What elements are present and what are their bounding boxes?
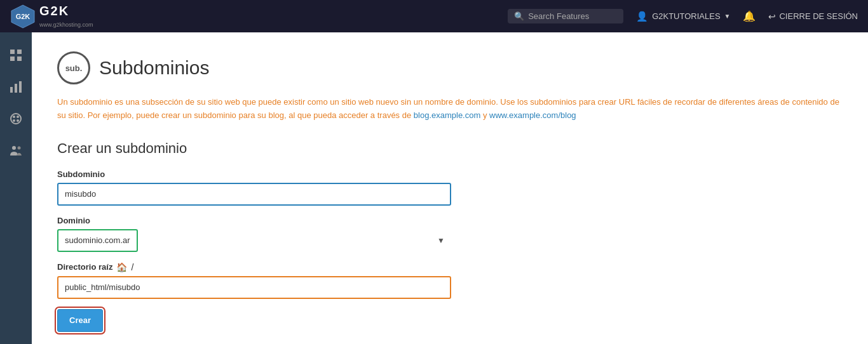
sidebar — [0, 32, 32, 344]
svg-point-10 — [13, 116, 15, 118]
section-title: Crear un subdominio — [57, 140, 843, 157]
main-content: sub. Subdominios Un subdominio es una su… — [32, 32, 868, 344]
svg-rect-6 — [10, 87, 13, 93]
www-example-link[interactable]: www.example.com/blog — [489, 110, 576, 120]
svg-point-14 — [12, 146, 16, 150]
logout-label: CIERRE DE SESIÓN — [779, 11, 858, 21]
logo: G2K G2K www.g2khosting.com — [10, 4, 93, 29]
svg-rect-2 — [10, 50, 15, 54]
logout-button[interactable]: ↩ CIERRE DE SESIÓN — [768, 11, 858, 22]
description-text-2: y — [480, 110, 489, 120]
logout-icon: ↩ — [768, 11, 776, 22]
navbar-right: 🔍 👤 G2KTUTORIALES ▼ 🔔 ↩ CIERRE DE SESIÓN — [508, 9, 858, 23]
subdomain-icon: sub. — [57, 51, 90, 84]
user-name: G2KTUTORIALES — [652, 11, 720, 21]
page-header: sub. Subdominios — [57, 51, 843, 84]
svg-rect-5 — [17, 56, 22, 61]
sidebar-item-palette[interactable] — [3, 106, 29, 131]
domain-group: Dominio sudominio.com.ar ▼ — [57, 216, 843, 252]
search-input[interactable] — [528, 11, 617, 21]
logo-icon: G2K — [10, 4, 36, 29]
svg-point-15 — [18, 147, 21, 150]
chevron-down-icon: ▼ — [724, 13, 731, 20]
blog-example-link[interactable]: blog.example.com — [414, 110, 481, 120]
rootdir-group: Directorio raíz 🏠 / — [57, 262, 843, 299]
page-description: Un subdominio es una subsección de su si… — [57, 96, 843, 122]
search-icon: 🔍 — [514, 11, 524, 21]
svg-point-12 — [13, 119, 15, 122]
subdomain-label: Subdominio — [57, 169, 843, 179]
svg-rect-8 — [19, 81, 22, 93]
svg-rect-4 — [10, 56, 15, 61]
svg-point-13 — [17, 119, 19, 122]
create-button[interactable]: Crear — [57, 309, 103, 332]
sidebar-item-grid[interactable] — [3, 43, 29, 68]
navbar: G2K G2K www.g2khosting.com 🔍 👤 G2KTUTORI… — [0, 0, 868, 32]
svg-rect-7 — [15, 84, 17, 93]
rootdir-label: Directorio raíz — [57, 262, 112, 272]
palette-icon — [10, 112, 22, 125]
subdomain-input[interactable] — [57, 183, 451, 206]
navbar-left: G2K G2K www.g2khosting.com — [10, 4, 93, 29]
nav-user[interactable]: 👤 G2KTUTORIALES ▼ — [636, 11, 730, 22]
bell-icon[interactable]: 🔔 — [743, 10, 756, 22]
sidebar-item-users[interactable] — [3, 138, 29, 163]
svg-rect-3 — [17, 50, 22, 54]
users-icon — [10, 144, 22, 157]
svg-point-11 — [17, 116, 19, 118]
chevron-down-icon: ▼ — [437, 236, 445, 245]
home-icon: 🏠 — [116, 262, 127, 272]
page-title: Subdominios — [99, 57, 209, 79]
chart-icon — [10, 81, 22, 93]
subdomain-group: Subdominio — [57, 169, 843, 206]
rootdir-label-row: Directorio raíz 🏠 / — [57, 262, 843, 272]
rootdir-input[interactable] — [57, 276, 451, 299]
sidebar-item-chart[interactable] — [3, 74, 29, 100]
search-container[interactable]: 🔍 — [508, 9, 623, 23]
domain-label: Dominio — [57, 216, 843, 225]
svg-text:G2K: G2K — [16, 13, 31, 20]
domain-select[interactable]: sudominio.com.ar — [57, 229, 138, 252]
rootdir-suffix: / — [131, 262, 133, 272]
domain-select-wrapper: sudominio.com.ar ▼ — [57, 229, 451, 252]
user-icon: 👤 — [636, 11, 648, 22]
logo-text: G2K — [39, 4, 69, 18]
logo-subtext: www.g2khosting.com — [39, 22, 93, 28]
grid-icon — [10, 49, 22, 62]
svg-point-9 — [11, 114, 21, 124]
